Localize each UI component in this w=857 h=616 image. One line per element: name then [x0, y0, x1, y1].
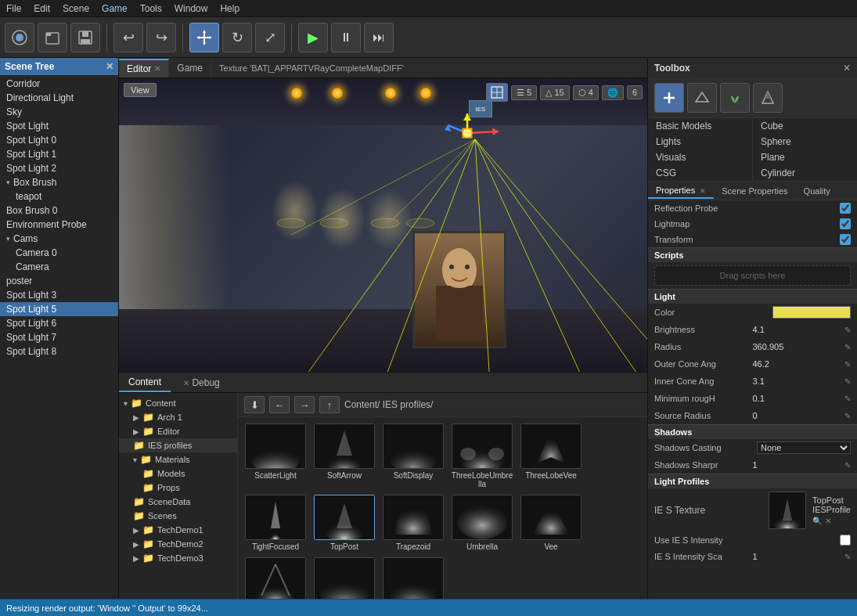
file-thumb-scatterlight[interactable]: ScatterLight [244, 423, 307, 488]
model-sphere[interactable]: Sphere [753, 134, 857, 149]
file-thumb-xarrow[interactable]: XArrow [244, 557, 307, 599]
tree-item-box-brush-0[interactable]: Box Brush 0 [0, 204, 118, 218]
lightmap-checkbox[interactable] [840, 218, 851, 229]
new-button[interactable] [5, 23, 34, 52]
file-tree-techdemo2[interactable]: ▶ 📁 TechDemo2 [119, 537, 237, 551]
file-thumb-softdisplay[interactable]: SoftDisplay [382, 423, 445, 488]
viewport-icon-panel[interactable] [486, 83, 508, 102]
use-ies-checkbox[interactable] [840, 535, 851, 546]
viewport-ctrl-15[interactable]: △ 15 [540, 85, 569, 100]
menu-game[interactable]: Game [99, 3, 131, 14]
pause-button[interactable]: ⏸ [331, 23, 361, 52]
tab-editor-close[interactable]: ✕ [154, 64, 160, 73]
outer-cone-edit-icon[interactable]: ✎ [844, 360, 851, 369]
viewport[interactable]: IES [119, 78, 647, 372]
menu-help[interactable]: Help [217, 3, 243, 14]
file-thumb-threelobevee[interactable]: ThreeLobeVee [520, 423, 582, 488]
ies-remove-btn[interactable]: ✕ [825, 517, 831, 525]
file-thumb-toppost[interactable]: TopPost [313, 495, 376, 551]
toolbox-mountain-icon[interactable] [753, 83, 783, 113]
viewport-ctrl-5[interactable]: ☰ 5 [511, 85, 537, 100]
reflection-probe-checkbox[interactable] [840, 203, 851, 214]
shadows-casting-select[interactable]: None Dynamic Static [757, 441, 851, 454]
toolbox-add-icon[interactable] [654, 83, 684, 113]
cat-csg[interactable]: CSG [648, 165, 752, 181]
brightness-edit-icon[interactable]: ✎ [844, 326, 851, 334]
file-tree-materials[interactable]: ▾ 📁 Materials [119, 452, 237, 467]
shadows-sharp-edit-icon[interactable]: ✎ [844, 461, 851, 470]
viewport-ctrl-globe[interactable]: 🌐 [602, 85, 624, 100]
tree-item-spot-light-6[interactable]: Spot Light 6 [0, 316, 118, 330]
tree-item-corridor[interactable]: Corridor [0, 77, 118, 91]
play-button[interactable]: ▶ [298, 23, 328, 52]
menu-file[interactable]: File [3, 3, 24, 14]
tree-item-spot-light-0[interactable]: Spot Light 0 [0, 133, 118, 147]
tree-item-spot-light-5[interactable]: Spot Light 5 [0, 302, 118, 316]
model-cube[interactable]: Cube [753, 118, 857, 134]
menu-edit[interactable]: Edit [31, 3, 53, 14]
file-tree-editor[interactable]: ▶ 📁 Editor [119, 424, 237, 438]
radius-edit-icon[interactable]: ✎ [844, 343, 851, 351]
file-up-btn[interactable]: ↑ [319, 396, 340, 413]
undo-button[interactable]: ↩ [113, 23, 143, 52]
tree-item-spot-light-7[interactable]: Spot Light 7 [0, 330, 118, 344]
file-thumb-xarrowsoft[interactable]: XArrowSoft [382, 557, 445, 599]
ptab-scene-properties[interactable]: Scene Properties [714, 184, 795, 198]
file-tree-scenes[interactable]: 📁 Scenes [119, 509, 237, 523]
model-cylinder[interactable]: Cylinder [753, 165, 857, 181]
file-forward-btn[interactable]: → [294, 396, 315, 413]
min-rough-edit-icon[interactable]: ✎ [844, 394, 851, 403]
file-back-btn[interactable]: ← [269, 396, 290, 413]
tree-item-spot-light-1[interactable]: Spot Light 1 [0, 147, 118, 161]
tree-item-spot-light[interactable]: Spot Light [0, 119, 118, 133]
file-thumb-tightfocused[interactable]: TightFocused [244, 495, 307, 551]
model-plane[interactable]: Plane [753, 149, 857, 165]
tree-item-camera-0[interactable]: Camera 0 [0, 246, 118, 260]
menu-window[interactable]: Window [171, 3, 211, 14]
file-thumb-umbrella[interactable]: Umbrella [451, 495, 513, 551]
ptab-properties-close[interactable]: ✕ [700, 187, 706, 195]
tree-item-spot-light-8[interactable]: Spot Light 8 [0, 344, 118, 358]
transform-checkbox[interactable] [840, 234, 851, 245]
btab-content[interactable]: Content [119, 373, 171, 392]
tree-item-poster[interactable]: poster [0, 274, 118, 288]
inner-cone-edit-icon[interactable]: ✎ [844, 377, 851, 386]
menu-tools[interactable]: Tools [137, 3, 165, 14]
file-tree-techdemo3[interactable]: ▶ 📁 TechDemo3 [119, 551, 237, 565]
tab-game[interactable]: Game [169, 59, 211, 77]
tree-item-directional-light[interactable]: Directional Light [0, 91, 118, 105]
file-thumb-softarrow[interactable]: SoftArrow [313, 423, 376, 488]
ies-search-btn[interactable]: 🔍 [812, 517, 822, 525]
color-swatch[interactable] [772, 306, 851, 319]
source-radius-edit-icon[interactable]: ✎ [844, 412, 851, 420]
tree-item-teapot[interactable]: teapot [0, 189, 118, 204]
file-tree-techdemo1[interactable]: ▶ 📁 TechDemo1 [119, 523, 237, 537]
tab-editor[interactable]: Editor ✕ [119, 59, 169, 77]
menu-scene[interactable]: Scene [59, 3, 92, 14]
file-tree-arch1[interactable]: ▶ 📁 Arch 1 [119, 410, 237, 424]
view-button[interactable]: View [124, 83, 157, 97]
file-tree-ies[interactable]: 📁 IES profiles [119, 438, 237, 452]
cat-lights[interactable]: Lights [648, 134, 752, 149]
file-thumb-vee[interactable]: Vee [520, 495, 582, 551]
tree-item-box-brush[interactable]: ▾Box Brush [0, 175, 118, 189]
move-button[interactable] [189, 23, 219, 52]
viewport-ctrl-4[interactable]: ⬡ 4 [573, 85, 599, 100]
file-thumb-trapezoid[interactable]: Trapezoid [382, 495, 445, 551]
redo-button[interactable]: ↪ [146, 23, 176, 52]
tree-item-camera[interactable]: Camera [0, 260, 118, 274]
file-tree-content[interactable]: ▾ 📁 Content [119, 396, 237, 410]
save-button[interactable] [70, 23, 100, 52]
tree-item-sky[interactable]: Sky [0, 105, 118, 119]
viewport-ctrl-6[interactable]: 6 [627, 85, 643, 99]
scale-button[interactable]: ⤢ [255, 23, 285, 52]
toolbox-terrain-icon[interactable] [687, 83, 717, 113]
tree-item-env-probe[interactable]: Environment Probe [0, 218, 118, 232]
tree-item-cams[interactable]: ▾Cams [0, 232, 118, 246]
file-thumb-threelobeumbrella[interactable]: ThreeLobeUmbrella [451, 423, 513, 488]
btab-debug[interactable]: ✕ Debug [171, 374, 229, 391]
file-thumb-xarrowdiffuse[interactable]: XArrowDiffuse [313, 557, 376, 599]
ies-intensity-edit-icon[interactable]: ✎ [844, 553, 851, 561]
rotate-button[interactable]: ↻ [222, 23, 252, 52]
file-tree-models[interactable]: 📁 Models [119, 467, 237, 481]
